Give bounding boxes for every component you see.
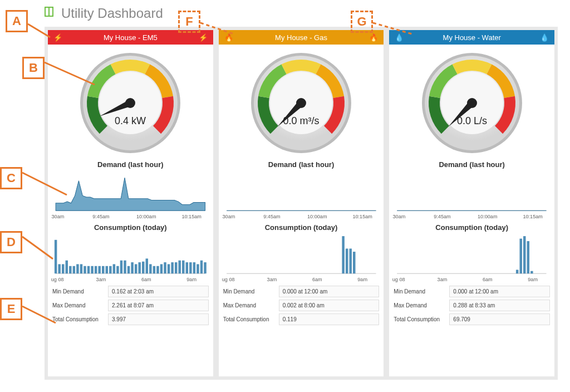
svg-rect-51: [200, 260, 203, 273]
demand-label: Demand (last hour): [219, 160, 384, 169]
svg-rect-160: [523, 236, 525, 273]
panel-electric: ⚡ My House - EM5 ⚡ 0.4 kW Demand (last h…: [48, 30, 213, 376]
consumption-chart-gas: Aug 083am6am9am: [219, 233, 384, 284]
page-title: Utility Dashboard: [61, 6, 163, 21]
stat-min-value: 0.162 at 2:03 am: [108, 286, 209, 297]
svg-rect-50: [196, 264, 199, 273]
svg-rect-38: [153, 266, 155, 273]
svg-text:Aug 08: Aug 08: [222, 277, 235, 282]
svg-rect-40: [160, 264, 163, 273]
svg-rect-37: [149, 264, 151, 273]
svg-rect-34: [138, 262, 140, 273]
svg-rect-42: [168, 264, 170, 273]
stat-max-label: Max Demand: [52, 302, 108, 308]
svg-text:9:45am: 9:45am: [263, 214, 280, 219]
consumption-label: Consumption (today): [389, 223, 554, 232]
svg-rect-22: [95, 266, 97, 273]
svg-rect-12: [58, 264, 60, 273]
svg-rect-161: [527, 241, 529, 273]
svg-rect-23: [98, 266, 100, 273]
panel-water: 💧 My House - Water 💧 0.0 L/s Demand (las…: [389, 30, 554, 376]
svg-rect-44: [175, 262, 177, 273]
demand-chart-water: 9:30am9:45am10:00am10:15am: [389, 170, 554, 221]
svg-rect-49: [193, 262, 195, 273]
stat-max-value: 0.288 at 8:33 am: [449, 300, 550, 311]
svg-text:9:30am: 9:30am: [392, 214, 405, 219]
panel-header-electric[interactable]: ⚡ My House - EM5 ⚡: [48, 30, 213, 45]
svg-rect-20: [87, 266, 90, 273]
svg-rect-43: [171, 262, 173, 273]
stat-max-label: Max Demand: [223, 302, 279, 308]
svg-text:9:45am: 9:45am: [434, 214, 451, 219]
stat-max-value: 0.002 at 8:00 am: [279, 300, 380, 311]
panel-title: My House - Gas: [233, 33, 370, 42]
annotation-a: A: [6, 10, 50, 32]
svg-text:10:00am: 10:00am: [307, 214, 327, 219]
svg-rect-25: [106, 266, 108, 273]
stat-max-label: Max Demand: [394, 302, 449, 308]
svg-text:0.0 m³/s: 0.0 m³/s: [283, 115, 319, 126]
svg-text:6am: 6am: [483, 277, 493, 282]
svg-point-60: [296, 98, 306, 108]
svg-rect-32: [131, 262, 133, 273]
svg-rect-162: [530, 271, 533, 273]
gauge-water: 0.0 L/s: [419, 50, 525, 156]
svg-rect-13: [62, 264, 64, 273]
svg-text:10:15am: 10:15am: [352, 214, 372, 219]
demand-chart-gas: 9:30am9:45am10:00am10:15am: [219, 170, 384, 221]
svg-text:10:15am: 10:15am: [181, 214, 202, 219]
logo-icon: [45, 7, 57, 19]
svg-rect-27: [113, 264, 115, 273]
gauge-gas: 0.0 m³/s: [248, 50, 354, 156]
svg-rect-46: [182, 260, 184, 273]
svg-text:9:30am: 9:30am: [51, 214, 64, 219]
bolt-icon: ⚡: [199, 33, 208, 42]
svg-rect-26: [109, 266, 111, 273]
svg-rect-47: [186, 262, 188, 273]
svg-text:0.4 kW: 0.4 kW: [115, 115, 146, 126]
stat-tot-label: Total Consumption: [52, 316, 108, 322]
svg-rect-31: [127, 266, 130, 273]
svg-rect-18: [80, 264, 82, 273]
svg-rect-11: [55, 239, 57, 273]
stat-tot-value: 0.119: [279, 313, 380, 325]
stat-min-value: 0.000 at 12:00 am: [279, 286, 380, 297]
svg-point-3: [125, 98, 135, 108]
svg-text:3am: 3am: [96, 277, 106, 282]
svg-rect-24: [102, 266, 104, 273]
stat-min-label: Min Demand: [223, 288, 279, 295]
svg-rect-101: [346, 248, 348, 273]
svg-rect-28: [116, 266, 119, 273]
svg-rect-17: [76, 264, 78, 273]
svg-text:Aug 08: Aug 08: [51, 277, 64, 282]
svg-text:10:00am: 10:00am: [478, 214, 498, 219]
stats-gas: Min Demand0.000 at 12:00 am Max Demand0.…: [219, 283, 384, 332]
panel-gas: 🔥 My House - Gas 🔥 0.0 m³/s Demand (last…: [219, 30, 384, 376]
gauge-electric: 0.4 kW: [77, 50, 183, 156]
panel-title: My House - EM5: [62, 33, 199, 42]
svg-text:9am: 9am: [528, 277, 538, 282]
svg-point-117: [467, 98, 477, 108]
svg-rect-41: [164, 262, 166, 273]
svg-rect-158: [516, 270, 518, 273]
svg-text:6am: 6am: [141, 277, 151, 282]
panel-header-gas[interactable]: 🔥 My House - Gas 🔥: [219, 30, 384, 45]
demand-chart-electric: 9:30am9:45am10:00am10:15am: [48, 170, 213, 221]
svg-rect-16: [73, 266, 75, 273]
svg-text:Aug 08: Aug 08: [392, 277, 405, 282]
svg-text:3am: 3am: [438, 277, 448, 282]
svg-rect-35: [142, 261, 144, 273]
stat-min-label: Min Demand: [52, 288, 108, 295]
svg-text:9:30am: 9:30am: [222, 214, 235, 219]
stat-max-value: 2.261 at 8:07 am: [108, 300, 209, 311]
svg-rect-159: [520, 238, 522, 273]
stats-electric: Min Demand0.162 at 2:03 am Max Demand2.2…: [48, 283, 213, 332]
consumption-label: Consumption (today): [219, 223, 384, 232]
panel-header-water[interactable]: 💧 My House - Water 💧: [389, 30, 554, 45]
consumption-chart-water: Aug 083am6am9am: [389, 233, 554, 284]
svg-text:3am: 3am: [267, 277, 277, 282]
svg-text:9:45am: 9:45am: [92, 214, 109, 219]
svg-text:0.0 L/s: 0.0 L/s: [457, 115, 487, 126]
consumption-label: Consumption (today): [48, 223, 213, 232]
svg-rect-36: [146, 258, 148, 273]
